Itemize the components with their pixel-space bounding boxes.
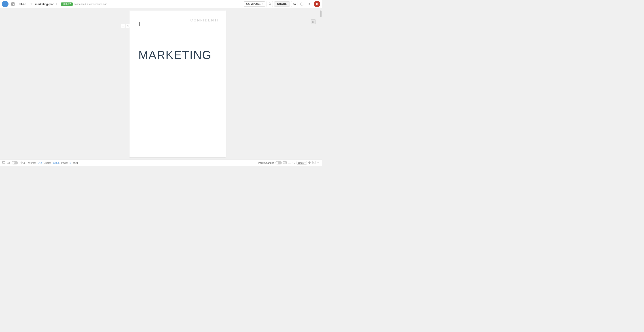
zoom-value: 100% <box>298 162 304 164</box>
track-changes-label: Track Changes <box>258 162 274 164</box>
info-button[interactable] <box>299 1 305 7</box>
text-cursor <box>139 22 140 26</box>
document-main-title: MARKETING <box>138 48 217 62</box>
words-label: Words: <box>28 162 36 164</box>
folder-button[interactable] <box>56 2 60 6</box>
format-block-icon[interactable] <box>126 24 130 28</box>
left-sidebar <box>0 8 36 159</box>
comment-button[interactable] <box>2 161 5 164</box>
layout-icon <box>312 161 316 164</box>
keyboard-button[interactable] <box>283 161 287 164</box>
hamburger-icon <box>4 3 7 5</box>
document-title: marketing-plan <box>35 2 54 6</box>
comment-icon <box>2 161 5 164</box>
chars-label: Chars: <box>44 162 51 164</box>
settings-button[interactable] <box>306 1 312 7</box>
add-block-icon[interactable] <box>121 24 125 28</box>
expand-icon <box>312 21 314 23</box>
status-left: ABC 中文 Words: 542 Chars: 10855 Page: 1 o… <box>2 161 256 164</box>
expand-panel-button[interactable] <box>311 19 316 24</box>
star-button[interactable]: ☆ <box>29 2 34 6</box>
share-label: SHARE <box>277 2 287 5</box>
toggle-switch[interactable] <box>12 161 18 164</box>
dark-mode-button[interactable] <box>308 161 311 165</box>
chars-value: 10855 <box>52 162 60 164</box>
settings-icon <box>308 2 311 5</box>
file-label: FILE <box>19 2 24 5</box>
main-area: CONFIDENTI <box>0 8 322 159</box>
watermark-text: CONFIDENTI <box>190 18 219 22</box>
zoom-control[interactable]: 100% ▾ <box>296 161 307 165</box>
page-total: of 21 <box>73 162 78 164</box>
keyboard-icon <box>283 161 287 164</box>
za-label: ZĄ <box>293 3 296 5</box>
indent-button[interactable]: ⌃⌄ <box>288 162 295 164</box>
spellcheck-icon: ABC <box>7 161 10 164</box>
file-button[interactable]: FILE ▾ <box>18 2 28 6</box>
avatar-label: B <box>316 2 318 5</box>
document-container: CONFIDENTI <box>36 8 319 159</box>
folder-icon <box>56 2 59 5</box>
page-current: 1 <box>70 162 71 164</box>
document-icon-button[interactable] <box>10 1 16 7</box>
compose-label: COMPOSE <box>246 2 261 5</box>
language-button[interactable]: 中文 <box>20 161 26 164</box>
scrollbar[interactable] <box>319 8 322 159</box>
lang-label: 中文 <box>20 161 26 164</box>
za-button[interactable]: ZĄ <box>291 1 298 7</box>
share-button[interactable]: SHARE <box>274 1 290 7</box>
indent-arrows-icon: ⌃⌄ <box>292 162 295 164</box>
header-left: FILE ▾ ☆ marketing-plan READY Last edite… <box>2 1 242 7</box>
moon-icon <box>308 161 311 164</box>
compose-chevron: ▾ <box>262 3 263 5</box>
layout-button[interactable] <box>312 161 316 165</box>
file-chevron: ▾ <box>25 3 26 5</box>
svg-point-8 <box>309 3 310 5</box>
spellcheck-button[interactable]: ABC <box>7 161 10 164</box>
scrollbar-thumb[interactable] <box>320 10 322 17</box>
status-right: Track Changes ⌃⌄ 100% ▾ <box>258 161 320 165</box>
ready-badge: READY <box>61 2 73 6</box>
last-edited-text: Last edited a few seconds ago <box>74 3 107 5</box>
doc-icon <box>11 2 15 6</box>
document-page[interactable]: CONFIDENTI <box>130 10 226 157</box>
bell-icon <box>268 2 271 5</box>
indent-icon <box>288 162 291 164</box>
header-right: COMPOSE ▾ SHARE ZĄ <box>244 1 320 7</box>
hamburger-button[interactable] <box>2 1 8 7</box>
info-icon <box>300 2 304 5</box>
bell-button[interactable] <box>266 1 273 7</box>
expand-status-button[interactable] <box>317 161 320 165</box>
zoom-chevron: ▾ <box>304 162 306 164</box>
status-bar: ABC 中文 Words: 542 Chars: 10855 Page: 1 o… <box>0 159 322 166</box>
expand-status-icon <box>317 161 320 164</box>
svg-text:ABC: ABC <box>7 162 10 164</box>
compose-button[interactable]: COMPOSE ▾ <box>244 1 265 7</box>
user-avatar[interactable]: B <box>314 1 320 7</box>
track-changes-toggle[interactable] <box>276 161 282 164</box>
doc-toolbar-icons <box>121 24 130 28</box>
header: FILE ▾ ☆ marketing-plan READY Last edite… <box>0 0 322 8</box>
words-value: 542 <box>38 162 42 164</box>
page-label: Page: <box>61 162 68 164</box>
star-icon: ☆ <box>30 2 33 6</box>
